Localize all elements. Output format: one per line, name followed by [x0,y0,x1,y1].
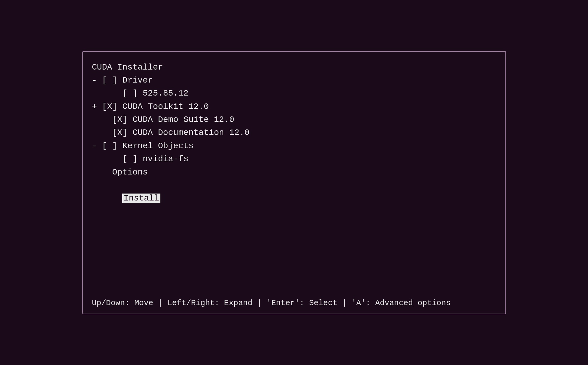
line-cuda-demo: [X] CUDA Demo Suite 12.0 [92,113,496,126]
install-button[interactable]: Install [122,194,160,203]
line-driver-version: [ ] 525.85.12 [92,87,496,100]
line-install[interactable]: Install [92,179,496,218]
line-cuda-docs: [X] CUDA Documentation 12.0 [92,126,496,139]
line-kernel-objects: - [ ] Kernel Objects [92,139,496,152]
line-nvidia-fs: [ ] nvidia-fs [92,152,496,165]
line-cuda-toolkit: + [X] CUDA Toolkit 12.0 [92,100,496,113]
line-title: CUDA Installer [92,61,496,74]
line-driver: - [ ] Driver [92,74,496,87]
terminal-main: CUDA Installer - [ ] Driver [ ] 525.85.1… [83,52,505,292]
line-options: Options [92,166,496,179]
footer-help: Up/Down: Move | Left/Right: Expand | 'En… [83,292,505,314]
terminal-window: CUDA Installer - [ ] Driver [ ] 525.85.1… [82,51,506,314]
